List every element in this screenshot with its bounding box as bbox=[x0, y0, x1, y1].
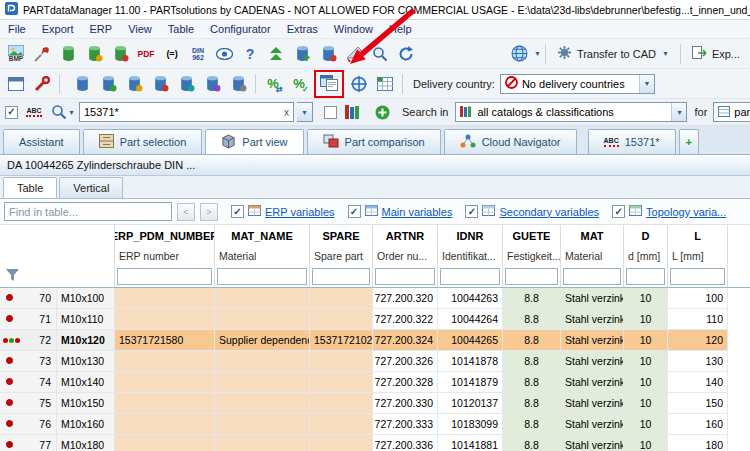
cell-d[interactable]: 10 bbox=[624, 372, 668, 392]
search-history-dropdown[interactable]: ▼ bbox=[297, 102, 313, 122]
cell-erp-pdm-number[interactable] bbox=[115, 372, 215, 392]
row-header-cell[interactable]: 74 bbox=[0, 372, 57, 392]
globe-icon[interactable] bbox=[508, 42, 532, 66]
database-green-icon-2[interactable] bbox=[82, 42, 106, 66]
tab-part-view[interactable]: Part view bbox=[205, 129, 303, 154]
column-filter-input[interactable] bbox=[375, 268, 435, 285]
database-icon-2[interactable] bbox=[96, 72, 120, 96]
export-button[interactable]: Exp... bbox=[685, 42, 747, 66]
cell-mat-name[interactable] bbox=[215, 309, 310, 329]
cell-spare[interactable] bbox=[310, 288, 373, 308]
cell-mat[interactable]: Stahl verzinkt bbox=[561, 414, 624, 434]
table-row[interactable]: 70 M10x100 727.200.320 10044263 8.8 Stah… bbox=[0, 288, 728, 309]
column-header-name[interactable]: MAT bbox=[561, 225, 623, 246]
cell-spare[interactable] bbox=[310, 351, 373, 371]
add-search-scope-icon[interactable] bbox=[370, 100, 394, 124]
menu-erp[interactable]: ERP bbox=[82, 21, 121, 37]
cell-guete[interactable]: 8.8 bbox=[503, 393, 561, 413]
cell-l[interactable]: 130 bbox=[668, 351, 728, 371]
cell-d[interactable]: 10 bbox=[624, 309, 668, 329]
cell-spare[interactable] bbox=[310, 372, 373, 392]
row-name-cell[interactable]: M10x120 bbox=[57, 330, 115, 350]
cell-guete[interactable]: 8.8 bbox=[503, 309, 561, 329]
row-name-cell[interactable]: M10x140 bbox=[57, 372, 115, 392]
database-green-icon-1[interactable] bbox=[56, 42, 80, 66]
column-filter-input[interactable] bbox=[626, 268, 665, 285]
cell-guete[interactable]: 8.8 bbox=[503, 330, 561, 350]
column-filter-input[interactable] bbox=[117, 268, 212, 285]
cell-spare[interactable]: 15371721020 bbox=[310, 330, 373, 350]
main-variables-checkbox[interactable] bbox=[348, 205, 361, 218]
cell-guete[interactable]: 8.8 bbox=[503, 435, 561, 451]
database-green-icon-3[interactable] bbox=[108, 42, 132, 66]
database-icon-6[interactable] bbox=[200, 72, 224, 96]
column-header-name[interactable]: SPARE bbox=[310, 225, 372, 246]
chevron-down-icon[interactable]: ▼ bbox=[671, 103, 686, 121]
find-previous-button[interactable]: < bbox=[177, 203, 195, 221]
cell-l[interactable]: 140 bbox=[668, 372, 728, 392]
cell-mat[interactable]: Stahl verzinkt bbox=[561, 288, 624, 308]
cell-idnr[interactable]: 10044263 bbox=[438, 288, 503, 308]
cell-mat[interactable]: Stahl verzinkt bbox=[561, 351, 624, 371]
cell-spare[interactable] bbox=[310, 393, 373, 413]
cell-erp-pdm-number[interactable]: 15371721580 bbox=[115, 330, 215, 350]
database-icon-3[interactable] bbox=[122, 72, 146, 96]
menu-window[interactable]: Window bbox=[326, 21, 381, 37]
search-settings-icon[interactable] bbox=[368, 42, 392, 66]
fulltext-abc-icon[interactable]: ABC bbox=[22, 100, 46, 124]
green-arrows-icon[interactable] bbox=[264, 42, 288, 66]
row-name-cell[interactable]: M10x180 bbox=[57, 435, 115, 451]
clear-search-button[interactable]: x bbox=[280, 107, 293, 118]
cell-spare[interactable] bbox=[310, 414, 373, 434]
cell-l[interactable]: 180 bbox=[668, 435, 728, 451]
erp-variables-checkbox[interactable] bbox=[231, 205, 244, 218]
tab-assistant[interactable]: Assistant bbox=[3, 129, 80, 154]
cell-l[interactable]: 120 bbox=[668, 330, 728, 350]
cell-d[interactable]: 10 bbox=[624, 330, 668, 350]
column-header-name[interactable]: IDNR bbox=[438, 225, 502, 246]
menu-table[interactable]: Table bbox=[160, 21, 202, 37]
search-scope-select[interactable]: all catalogs & classifications ▼ bbox=[455, 102, 687, 122]
column-header-name[interactable]: ARTNR bbox=[373, 225, 437, 246]
cell-d[interactable]: 10 bbox=[624, 288, 668, 308]
column-filter-input[interactable] bbox=[670, 268, 725, 285]
cell-mat-name[interactable] bbox=[215, 393, 310, 413]
cell-erp-pdm-number[interactable] bbox=[115, 309, 215, 329]
cell-l[interactable]: 110 bbox=[668, 309, 728, 329]
row-header-cell[interactable]: 75 bbox=[0, 393, 57, 413]
chevron-down-icon[interactable]: ▼ bbox=[639, 75, 654, 93]
search-input[interactable] bbox=[80, 106, 280, 118]
row-name-cell[interactable]: M10x100 bbox=[57, 288, 115, 308]
database-icon-1[interactable] bbox=[70, 72, 94, 96]
cell-idnr[interactable]: 10120137 bbox=[438, 393, 503, 413]
globe-dropdown-arrow[interactable]: ▼ bbox=[534, 50, 541, 57]
cell-artnr[interactable]: 727.200.333 bbox=[373, 414, 438, 434]
help-icon[interactable]: ? bbox=[238, 42, 262, 66]
cell-mat[interactable]: Stahl verzinkt bbox=[561, 435, 624, 451]
cell-d[interactable]: 10 bbox=[624, 351, 668, 371]
database-upload-icon[interactable] bbox=[290, 42, 314, 66]
pdf-export-icon[interactable]: PDF bbox=[134, 42, 158, 66]
cell-artnr[interactable]: 727.200.324 bbox=[373, 330, 438, 350]
cell-artnr[interactable]: 727.200.322 bbox=[373, 309, 438, 329]
percent-check-icon[interactable]: %✓ bbox=[287, 72, 311, 96]
row-header-cell[interactable]: 72 bbox=[0, 330, 57, 350]
column-filter-input[interactable] bbox=[440, 268, 500, 285]
add-tab-button[interactable]: + bbox=[679, 129, 699, 154]
transfer-to-cad-button[interactable]: Transfer to CAD ▼ bbox=[550, 42, 676, 66]
topology-variables-link[interactable]: Topology varia... bbox=[646, 206, 726, 218]
find-in-table-input[interactable] bbox=[4, 202, 172, 221]
table-row[interactable]: 71 M10x110 727.200.322 10044264 8.8 Stah… bbox=[0, 309, 728, 330]
cell-idnr[interactable]: 10141881 bbox=[438, 435, 503, 451]
main-variables-link[interactable]: Main variables bbox=[382, 206, 453, 218]
row-header-cell[interactable]: 76 bbox=[0, 414, 57, 434]
column-header-name[interactable]: D bbox=[624, 225, 667, 246]
cell-mat[interactable]: Stahl verzinkt bbox=[561, 330, 624, 350]
cell-mat-name[interactable]: Supplier dependence bbox=[215, 330, 310, 350]
equals-icon[interactable]: (=) bbox=[160, 42, 184, 66]
cell-guete[interactable]: 8.8 bbox=[503, 414, 561, 434]
database-icon-7[interactable] bbox=[226, 72, 250, 96]
cell-d[interactable]: 10 bbox=[624, 435, 668, 451]
table-corner-cell[interactable] bbox=[0, 225, 115, 287]
column-header-name[interactable]: L bbox=[668, 225, 727, 246]
